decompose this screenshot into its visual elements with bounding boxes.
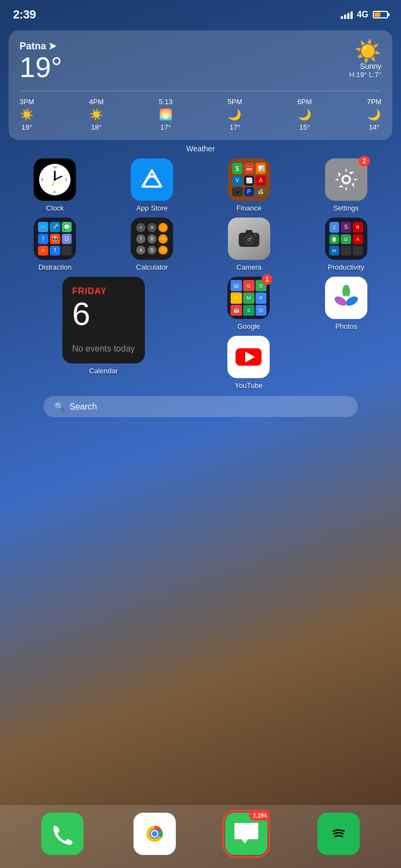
location-icon: ➤ — [48, 40, 56, 52]
calendar-date: 6 — [72, 296, 135, 332]
app-calculator[interactable]: ÷ × - 7 8 + 4 5 = Calculator — [106, 218, 199, 271]
app-grid-row1: 12 3 6 9 Clock — [0, 158, 401, 212]
phone-icon — [41, 813, 84, 855]
app-clock[interactable]: 12 3 6 9 Clock — [9, 158, 101, 212]
photos-icon-wrapper — [325, 277, 367, 319]
productivity-icon-wrapper: Z S R 📋 G A in — [325, 218, 367, 260]
weather-hour-6pm: 6PM 🌙 15° — [297, 98, 312, 131]
camera-icon — [228, 218, 270, 260]
youtube-icon-wrapper — [227, 336, 270, 378]
status-time: 2:39 — [13, 8, 36, 22]
appstore-icon — [131, 158, 173, 201]
clock-label: Clock — [46, 204, 64, 212]
svg-text:12: 12 — [53, 165, 57, 169]
weather-hour-4pm: 4PM ☀️ 18° — [89, 98, 104, 131]
weather-hour-7pm: 7PM 🌙 14° — [367, 98, 381, 131]
battery-icon — [373, 11, 388, 18]
distraction-icon-wrapper: 🐦 ✈️ 💬 f 👽 D R f — [34, 218, 76, 260]
weather-right: ☀️ Sunny H:19° L:7° — [349, 40, 381, 79]
mixed-row: FRIDAY 6 No events today Calendar 🗺️ G D… — [0, 277, 401, 390]
svg-point-11 — [343, 177, 349, 182]
photos-label: Photos — [335, 322, 357, 330]
finance-label: Finance — [237, 204, 262, 212]
finance-icon: $ 💳 📊 V 📈 A 📱 P 💰 — [228, 158, 270, 201]
calculator-icon-wrapper: ÷ × - 7 8 + 4 5 = — [131, 218, 173, 260]
status-right: 4G — [341, 10, 388, 20]
svg-point-8 — [54, 178, 56, 181]
search-icon: 🔍 — [54, 401, 65, 412]
appstore-label: App Store — [136, 204, 168, 212]
status-bar: 2:39 4G — [0, 0, 401, 25]
settings-label: Settings — [333, 204, 359, 212]
app-finance[interactable]: $ 💳 📊 V 📈 A 📱 P 💰 Finance — [203, 158, 296, 212]
dock-chrome[interactable] — [133, 813, 176, 855]
weather-left: Patna ➤ 19° — [20, 40, 62, 83]
weather-sun-icon: ☀️ — [349, 40, 381, 62]
google-badge: 1 — [262, 274, 273, 285]
weather-hour-3pm: 3PM ☀️ 19° — [20, 98, 34, 131]
app-grid-row2: 🐦 ✈️ 💬 f 👽 D R f Distraction ÷ × — [0, 218, 401, 271]
search-bar[interactable]: 🔍 Search — [43, 396, 358, 417]
weather-hour-513: 5:13 🌅 17° — [159, 98, 173, 131]
svg-point-16 — [250, 238, 251, 239]
app-camera[interactable]: Camera — [203, 218, 296, 271]
calculator-icon: ÷ × - 7 8 + 4 5 = — [131, 218, 173, 260]
svg-point-29 — [152, 831, 157, 837]
clock-icon: 12 3 6 9 — [34, 158, 76, 201]
svg-point-24 — [344, 296, 348, 300]
camera-label: Camera — [237, 263, 262, 271]
dock-spotify[interactable] — [317, 813, 360, 855]
dock: 1,194 — [0, 805, 401, 868]
google-icon-wrapper: 🗺️ G D P M P 📅 S D 1 — [227, 277, 270, 319]
distraction-icon: 🐦 ✈️ 💬 f 👽 D R f — [34, 218, 76, 260]
signal-text: 4G — [357, 10, 368, 20]
svg-point-17 — [254, 234, 256, 236]
youtube-icon — [227, 336, 270, 378]
app-distraction[interactable]: 🐦 ✈️ 💬 f 👽 D R f Distraction — [9, 218, 101, 271]
dock-messages[interactable]: 1,194 — [225, 813, 268, 855]
google-label: Google — [237, 322, 260, 330]
photos-icon — [325, 277, 367, 319]
search-label: Search — [69, 402, 97, 412]
weather-top: Patna ➤ 19° ☀️ Sunny H:19° L:7° — [20, 40, 381, 83]
clock-icon-wrapper: 12 3 6 9 — [34, 158, 76, 201]
app-settings[interactable]: 2 Settings — [300, 158, 392, 212]
camera-icon-wrapper — [228, 218, 270, 260]
dock-phone[interactable] — [41, 813, 84, 855]
calendar-widget[interactable]: FRIDAY 6 No events today — [62, 277, 145, 363]
messages-badge: 1,194 — [249, 810, 270, 821]
appstore-icon-wrapper — [131, 158, 173, 201]
signal-bars-icon — [341, 10, 353, 19]
productivity-icon: Z S R 📋 G A in — [325, 218, 367, 260]
weather-widget[interactable]: Patna ➤ 19° ☀️ Sunny H:19° L:7° 3PM ☀️ 1… — [9, 30, 392, 140]
calendar-day: FRIDAY — [72, 286, 135, 296]
distraction-label: Distraction — [39, 263, 72, 271]
weather-hourly: 3PM ☀️ 19° 4PM ☀️ 18° 5:13 🌅 17° 5PM 🌙 1… — [20, 91, 381, 131]
weather-hilo: H:19° L:7° — [349, 71, 381, 79]
calendar-label: Calendar — [89, 367, 118, 375]
settings-badge: 2 — [359, 156, 370, 167]
weather-temp: 19° — [20, 52, 62, 83]
app-productivity[interactable]: Z S R 📋 G A in Productivity — [300, 218, 392, 271]
calculator-label: Calculator — [136, 263, 168, 271]
app-youtube[interactable]: YouTube — [227, 336, 270, 390]
productivity-label: Productivity — [328, 263, 364, 271]
weather-city: Patna ➤ — [20, 40, 62, 52]
youtube-label: YouTube — [235, 381, 263, 390]
weather-widget-label: Weather — [0, 144, 401, 153]
spotify-icon — [317, 813, 360, 855]
weather-condition: Sunny — [349, 62, 381, 71]
chrome-icon — [133, 813, 176, 855]
settings-icon-wrapper: 2 — [325, 158, 367, 201]
weather-hour-5pm: 5PM 🌙 17° — [228, 98, 243, 131]
calendar-no-events: No events today — [72, 344, 135, 354]
app-photos[interactable]: Photos — [300, 277, 392, 330]
app-appstore[interactable]: App Store — [106, 158, 199, 212]
finance-icon-wrapper: $ 💳 📊 V 📈 A 📱 P 💰 — [228, 158, 270, 201]
app-google[interactable]: 🗺️ G D P M P 📅 S D 1 Google — [203, 277, 295, 330]
battery-fill — [374, 12, 380, 17]
messages-icon-wrapper: 1,194 — [225, 813, 268, 855]
svg-point-30 — [329, 824, 348, 844]
